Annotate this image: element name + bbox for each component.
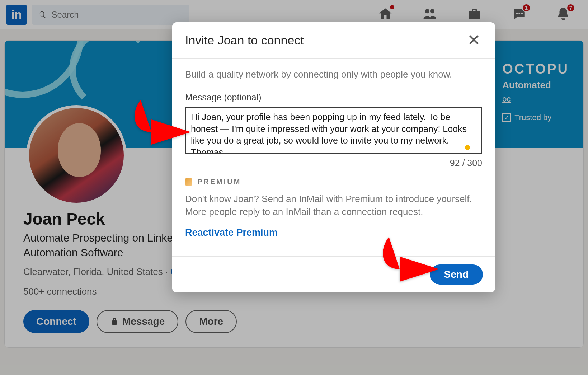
premium-label: PREMIUM xyxy=(197,178,241,186)
reactivate-premium-link[interactable]: Reactivate Premium xyxy=(185,227,278,238)
send-button[interactable]: Send xyxy=(430,264,483,285)
modal-footer: Send xyxy=(172,256,495,292)
message-label: Message (optional) xyxy=(185,92,482,103)
message-textarea[interactable] xyxy=(185,107,482,154)
grammarly-dot-icon xyxy=(465,145,470,150)
modal-title: Invite Joan to connect xyxy=(185,33,304,47)
char-counter: 92 / 300 xyxy=(185,158,482,168)
modal-hint: Build a quality network by connecting on… xyxy=(185,69,482,80)
close-button[interactable] xyxy=(466,32,482,49)
modal-header: Invite Joan to connect xyxy=(172,22,495,59)
premium-icon xyxy=(185,178,192,186)
premium-description: Don't know Joan? Send an InMail with Pre… xyxy=(185,192,482,219)
close-icon xyxy=(468,34,480,46)
modal-content: Build a quality network by connecting on… xyxy=(172,59,495,242)
premium-heading: PREMIUM xyxy=(185,178,482,186)
invite-modal: Invite Joan to connect Build a quality n… xyxy=(172,22,495,292)
